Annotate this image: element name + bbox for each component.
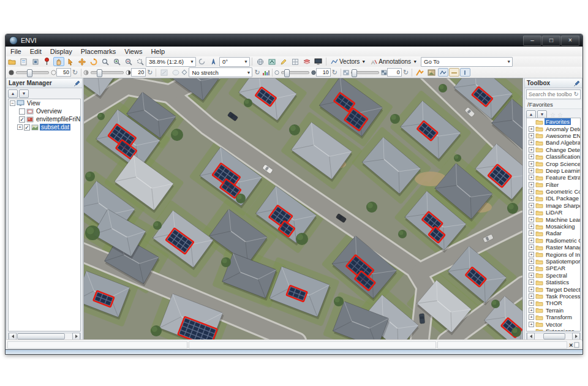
title-bar[interactable]: ENVI – □ × (6, 34, 582, 47)
layer-checkbox[interactable] (19, 108, 25, 115)
toolbox-header[interactable]: Toolbox (525, 78, 582, 88)
vectors-dropdown[interactable]: Vectors▼ (328, 58, 368, 65)
tree-expander-icon[interactable]: − (10, 100, 15, 106)
annotation-pencil-icon[interactable] (278, 57, 289, 66)
toolbox-item-raster-management[interactable]: +Raster Management (527, 244, 580, 251)
brightness-reset-icon[interactable]: ↻ (72, 69, 78, 76)
brightness-value[interactable]: 50 (56, 68, 71, 77)
tree-expander-icon[interactable]: + (529, 182, 534, 187)
collapse-all-icon[interactable]: ▴ (8, 89, 18, 98)
tree-expander-icon[interactable]: + (529, 252, 534, 257)
tree-expander-icon[interactable]: + (529, 126, 534, 132)
image-overlay-icon[interactable] (426, 68, 437, 77)
toolbox-item-favorites[interactable]: Favorites (527, 118, 580, 125)
menu-item-edit[interactable]: Edit (26, 47, 46, 56)
pan-hand-icon[interactable] (53, 57, 64, 66)
brightness-slider[interactable] (16, 71, 49, 74)
toolbox-item-geometric-correction[interactable]: +Geometric Correction (527, 188, 580, 195)
toolbox-item-task-processing[interactable]: +Task Processing (527, 293, 580, 300)
toolbox-item-band-algebra[interactable]: +Band Algebra (527, 139, 580, 146)
toolbox-item-spatiotemporal-analysis[interactable]: +Spatiotemporal Analysis (527, 258, 580, 265)
globe-icon[interactable] (255, 57, 266, 66)
toolbox-item-thor[interactable]: +THOR (527, 300, 580, 306)
toolbox-item-radar[interactable]: +Radar (527, 230, 580, 237)
tree-expander-icon[interactable]: + (529, 279, 534, 285)
toolbox-item-awesome-envi-algorithm[interactable]: +Awesome ENVI Algorithm (527, 132, 580, 139)
close-button[interactable]: × (561, 36, 579, 46)
toolbox-item-anomaly-detection[interactable]: +Anomaly Detection (527, 125, 580, 132)
toolbox-item-crop-science[interactable]: +Crop Science (527, 160, 580, 167)
toolbox-item-change-detection[interactable]: +Change Detection (527, 146, 580, 153)
tree-expander-icon[interactable]: + (529, 224, 534, 229)
stretch-reset-icon[interactable]: ↻ (254, 69, 260, 76)
profile-vertical-icon[interactable] (460, 68, 470, 77)
tree-expander-icon[interactable]: + (529, 322, 534, 327)
toolbox-item-statistics[interactable]: +Statistics (527, 279, 580, 286)
menu-item-placemarks[interactable]: Placemarks (77, 47, 120, 56)
toolbox-item-lidar[interactable]: +LiDAR (527, 209, 580, 216)
sharpen-value[interactable]: 10 (316, 68, 331, 77)
zoom-region-icon[interactable] (135, 57, 146, 66)
search-refresh-icon[interactable]: ↻ (574, 91, 579, 97)
tree-expander-icon[interactable]: + (529, 175, 534, 180)
tree-expander-icon[interactable]: + (529, 168, 534, 173)
toolbox-item-machine-learning[interactable]: +Machine Learning (527, 216, 580, 222)
toolbox-item-vector[interactable]: +Vector (527, 320, 580, 327)
tree-expander-icon[interactable]: + (529, 314, 534, 320)
layer-row-overview[interactable]: Overview (9, 107, 80, 115)
layer-row-envitempfilefrinov01114035[interactable]: ✓envitempfileFriNov01114035 (9, 115, 80, 123)
toolbox-item-idl-package-creator[interactable]: +IDL Package Creator (527, 195, 580, 202)
select-cursor-icon[interactable] (65, 57, 76, 66)
toolbox-item-transform[interactable]: +Transform (527, 314, 580, 320)
tree-expander-icon[interactable]: + (529, 147, 534, 153)
display-icon[interactable] (313, 57, 324, 66)
menu-item-file[interactable]: File (6, 47, 26, 56)
toolbox-search[interactable]: ↻ (526, 89, 581, 99)
grid-icon[interactable] (290, 57, 301, 66)
toolbox-item-target-detection[interactable]: +Target Detection (527, 286, 580, 292)
toolbox-item-filter[interactable]: +Filter (527, 181, 580, 188)
toolbox-item-image-sharpening[interactable]: +Image Sharpening (527, 202, 580, 209)
contrast-slider[interactable] (91, 71, 124, 74)
chip-tools-icon[interactable] (301, 57, 312, 66)
sharpen-slider[interactable] (281, 71, 309, 74)
minimize-button[interactable]: – (523, 36, 541, 46)
toolbox-item-extensions[interactable]: Extensions (527, 328, 580, 331)
layer-manager-header[interactable]: Layer Manager (7, 78, 82, 88)
sharpen-reset-icon[interactable]: ↻ (332, 69, 337, 76)
pin-icon[interactable] (74, 80, 80, 86)
tree-expander-icon[interactable]: + (529, 308, 534, 313)
cancel-x-icon[interactable]: × (569, 341, 573, 349)
image-view[interactable] (83, 78, 523, 341)
cursor-value-icon[interactable] (266, 57, 277, 66)
annotations-dropdown[interactable]: AAnnotations▼ (368, 58, 420, 65)
contrast-value[interactable]: 20 (131, 68, 146, 77)
tree-expander-icon[interactable]: + (17, 124, 23, 130)
tree-expander-icon[interactable]: + (529, 300, 534, 306)
tree-expander-icon[interactable]: + (529, 203, 534, 208)
histogram-icon[interactable] (262, 69, 270, 76)
tree-expander-icon[interactable]: + (529, 230, 534, 236)
toolbox-item-classification[interactable]: +Classification (527, 153, 580, 160)
tree-expander-icon[interactable]: + (529, 265, 534, 271)
menu-item-views[interactable]: Views (120, 47, 146, 56)
tree-expander-icon[interactable]: + (529, 259, 534, 264)
layer-checkbox[interactable]: ✓ (24, 124, 30, 131)
stretch-combo[interactable]: No stretch▼ (189, 67, 252, 77)
pin-icon[interactable] (574, 80, 580, 86)
contour-icon[interactable] (415, 68, 426, 77)
tree-expander-icon[interactable]: + (529, 195, 534, 201)
tree-expander-icon[interactable]: + (529, 161, 534, 167)
stretch-region-icon[interactable] (159, 68, 170, 77)
tree-expander-icon[interactable]: + (529, 189, 534, 194)
open-file-icon[interactable] (7, 57, 18, 66)
tree-expander-icon[interactable]: + (529, 133, 534, 138)
data-manager-icon[interactable] (18, 57, 29, 66)
zoom-level-combo[interactable]: 38.8% (1:2.6)▼ (146, 57, 196, 67)
transparency-reset-icon[interactable]: ↻ (403, 69, 409, 76)
profile-spectral-icon[interactable] (438, 68, 448, 77)
tree-expander-icon[interactable]: + (529, 244, 534, 250)
goto-combo[interactable]: Go To▼ (421, 57, 513, 67)
zoom-out-icon[interactable] (123, 57, 134, 66)
tree-expander-icon[interactable]: + (529, 210, 534, 215)
